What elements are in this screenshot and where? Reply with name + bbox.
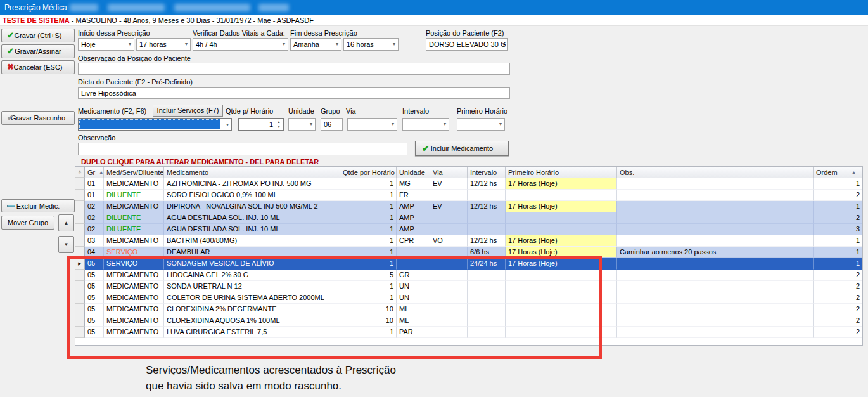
vitals-interval-dropdown[interactable]: 4h / 4h ▾: [193, 38, 288, 51]
route-dropdown[interactable]: ▾: [347, 118, 397, 131]
cell-type: DILUENTE: [104, 212, 164, 224]
cell-type: MEDICAMENTO: [104, 304, 164, 315]
cell-observation: [617, 212, 814, 224]
row-selector[interactable]: [75, 178, 85, 190]
column-header-label: Via: [433, 169, 443, 176]
row-selector[interactable]: [75, 235, 85, 247]
cell-route: [430, 190, 468, 201]
cell-first-time: [506, 190, 617, 201]
row-selector[interactable]: [75, 247, 85, 258]
cell-first-time: 17 Horas (Hoje): [506, 178, 617, 190]
column-header-label: Ordem: [816, 169, 838, 176]
column-header-label: Medicamento: [167, 169, 208, 176]
column-header-gr[interactable]: Gr▲: [85, 167, 104, 178]
cancel-button[interactable]: ✖ Cancelar (ESC): [1, 60, 75, 74]
include-medication-button[interactable]: ✔ Incluir Medicamento: [415, 141, 509, 156]
cell-route: [430, 281, 468, 292]
column-header-med[interactable]: Medicamento: [164, 167, 340, 178]
save-button[interactable]: ✔ Gravar (Ctrl+S): [1, 29, 75, 42]
row-selector[interactable]: [75, 212, 85, 224]
interval-dropdown[interactable]: ▾: [402, 118, 449, 131]
row-selector[interactable]: [75, 201, 85, 212]
cell-quantity: 10: [340, 315, 397, 327]
quantity-value: 1: [269, 119, 273, 130]
quantity-stepper[interactable]: 1 ▲▼: [238, 118, 284, 131]
cell-type: SERVIÇO: [104, 258, 164, 270]
cell-medication: SORO FISIOLOGICO 0,9% 100 ML: [164, 190, 340, 201]
table-row[interactable]: 05 MEDICAMENTO CLOREXIDINA 2% DEGERMANTE…: [75, 304, 862, 315]
end-hour-value: 16 horas: [347, 41, 374, 48]
annotation-caption-line2: que havia sido salva em modo rascunho.: [146, 378, 396, 394]
cell-interval: 12/12 hs: [468, 235, 506, 247]
column-header-intervalo[interactable]: Intervalo: [468, 167, 506, 178]
column-header-obs[interactable]: Obs.: [617, 167, 814, 178]
table-row[interactable]: 05 MEDICAMENTO CLOREXIDINA AQUOSA 1% 100…: [75, 315, 862, 327]
table-row[interactable]: 02 DILUENTE AGUA DESTILADA SOL. INJ. 10 …: [75, 224, 862, 235]
patient-position-dropdown[interactable]: DORSO ELEVADO 30 G ▾: [426, 38, 508, 51]
cell-interval: 24/24 hs: [468, 258, 506, 270]
cell-unit: AMP: [397, 201, 430, 212]
end-day-value: Amanhã: [293, 41, 319, 48]
row-selector[interactable]: [75, 292, 85, 304]
move-down-button[interactable]: ▼: [58, 236, 74, 253]
column-header-qtde[interactable]: Qtde por Horário: [340, 167, 397, 178]
stepper-arrows[interactable]: ▲▼: [275, 119, 283, 130]
column-header-primeiro[interactable]: Primeiro Horário: [506, 167, 617, 178]
table-row[interactable]: 05 MEDICAMENTO SONDA URETRAL N 12 1 UN 2: [75, 281, 862, 292]
table-row[interactable]: 03 MEDICAMENTO BACTRIM (400/80MG) 1 CPR …: [75, 235, 862, 247]
column-header-unidade[interactable]: Unidade: [397, 167, 430, 178]
table-row[interactable]: 05 MEDICAMENTO COLETOR DE URINA SISTEMA …: [75, 292, 862, 304]
cell-observation: [617, 201, 814, 212]
column-header-via[interactable]: Via: [430, 167, 468, 178]
row-selector[interactable]: [75, 224, 85, 235]
end-hour-dropdown[interactable]: 16 horas ▾: [343, 38, 399, 51]
first-time-dropdown[interactable]: ▾: [457, 118, 505, 131]
cell-medication: SONDA URETRAL N 12: [164, 281, 340, 292]
grid-corner-cell: ✳: [75, 167, 85, 178]
spinner-down-icon: ▼: [278, 124, 281, 129]
table-row[interactable]: 02 MEDICAMENTO DIPIRONA - NOVALGINA SOL …: [75, 201, 862, 212]
column-header-tipo[interactable]: Med/Serv/Diluente: [104, 167, 164, 178]
cell-group: 02: [85, 224, 104, 235]
table-row[interactable]: ▶ 05 SERVIÇO SONDAGEM VESICAL DE ALÍVIO …: [75, 258, 862, 270]
table-row[interactable]: 05 MEDICAMENTO LUVA CIRURGICA ESTERIL 7,…: [75, 327, 862, 338]
table-row[interactable]: 05 MEDICAMENTO LIDOCAINA GEL 2% 30 G 5 G…: [75, 270, 862, 281]
start-day-dropdown[interactable]: Hoje ▾: [78, 38, 134, 51]
cell-unit: UN: [397, 281, 430, 292]
row-selector[interactable]: [75, 315, 85, 327]
column-header-ordem[interactable]: Ordem▲: [814, 167, 863, 178]
move-up-button[interactable]: ▲: [58, 214, 74, 231]
start-hour-dropdown[interactable]: 17 horas ▾: [136, 38, 191, 51]
cell-unit: FR: [397, 190, 430, 201]
row-selector[interactable]: ▶: [75, 258, 85, 270]
row-selector[interactable]: [75, 270, 85, 281]
row-selector[interactable]: [75, 304, 85, 315]
row-selector[interactable]: [75, 190, 85, 201]
row-selector[interactable]: [75, 327, 85, 338]
table-row[interactable]: 04 SERVIÇO DEAMBULAR 1 6/6 hs 17 Horas (…: [75, 247, 862, 258]
include-services-button[interactable]: Incluir Serviços (F7): [153, 105, 223, 117]
cell-type: MEDICAMENTO: [104, 292, 164, 304]
include-medication-button-label: Incluir Medicamento: [431, 145, 493, 152]
save-draft-button[interactable]: ✔ Gravar Rascunho: [1, 111, 75, 125]
grid-edge-line: [75, 346, 75, 397]
position-observation-input[interactable]: [78, 63, 510, 75]
unit-dropdown[interactable]: ▾: [288, 118, 316, 131]
end-day-dropdown[interactable]: Amanhã ▾: [290, 38, 341, 51]
table-row[interactable]: 02 DILUENTE AGUA DESTILADA SOL. INJ. 10 …: [75, 212, 862, 224]
row-selector[interactable]: [75, 281, 85, 292]
observation-input[interactable]: [78, 143, 407, 155]
table-row[interactable]: 01 MEDICAMENTO AZITROMICINA - ZITROMAX P…: [75, 178, 862, 190]
cell-route: [430, 224, 468, 235]
medication-combobox[interactable]: ▾: [78, 118, 232, 131]
delete-medication-button[interactable]: Excluir Medic.: [1, 199, 75, 212]
group-input[interactable]: [321, 118, 343, 131]
table-row[interactable]: 01 DILUENTE SORO FISIOLOGICO 0,9% 100 ML…: [75, 190, 862, 201]
move-group-button[interactable]: Mover Grupo: [1, 216, 54, 230]
cell-route: [430, 270, 468, 281]
cell-first-time: 17 Horas (Hoje): [506, 247, 617, 258]
diet-input[interactable]: [78, 87, 510, 99]
column-header-label: Unidade: [399, 169, 425, 176]
save-sign-button[interactable]: ✔ Gravar/Assinar: [1, 44, 75, 58]
cell-quantity: 1: [340, 190, 397, 201]
